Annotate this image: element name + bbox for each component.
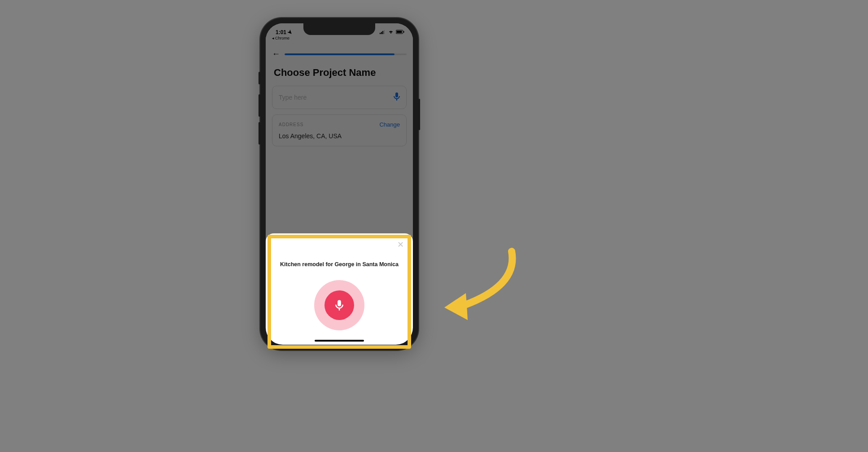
microphone-icon: [335, 300, 343, 311]
voice-input-sheet: ✕ Kitchen remodel for George in Santa Mo…: [266, 233, 413, 345]
silent-switch: [259, 72, 260, 84]
mic-halo: [314, 280, 364, 330]
volume-up-button: [259, 94, 260, 117]
annotation-arrow-icon: [431, 238, 530, 328]
power-button: [418, 99, 420, 130]
voice-transcript: Kitchen remodel for George in Santa Moni…: [280, 261, 399, 268]
phone-notch: [303, 23, 375, 35]
record-button[interactable]: [324, 290, 354, 320]
close-icon[interactable]: ✕: [396, 240, 405, 250]
volume-down-button: [259, 122, 260, 145]
phone-frame: 1:01 ➤ ◂ Chrome ←: [260, 18, 418, 350]
phone-screen: 1:01 ➤ ◂ Chrome ←: [266, 23, 413, 345]
home-indicator[interactable]: [315, 340, 364, 342]
